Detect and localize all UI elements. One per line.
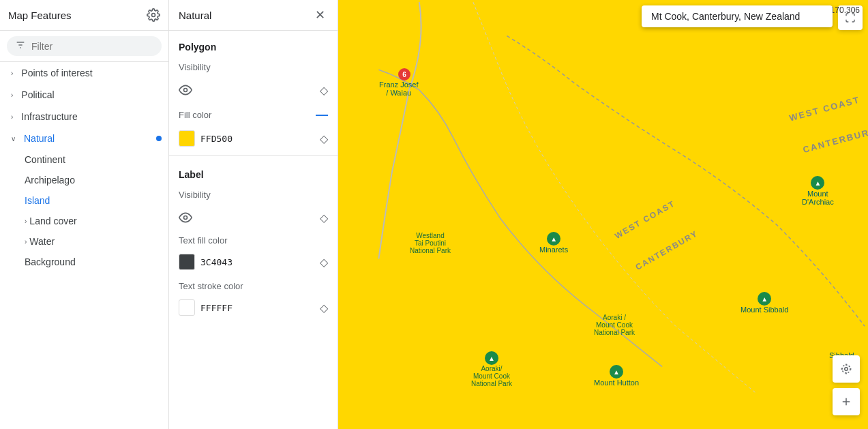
search-bar: Mt Cook, Canterbury, New Zealand [642,5,833,27]
subitem-label: Continent [25,154,65,165]
mount-darchiac-label: MountD'Archiac [802,190,834,206]
text-stroke-color-label: Text stroke color [179,281,243,291]
active-dot [156,136,162,141]
mid-panel-title: Natural [179,10,211,21]
close-button[interactable]: ✕ [312,7,328,23]
number-marker: 6 [398,68,410,80]
sidebar-subitem-continent[interactable]: Continent [0,149,168,170]
visibility-row: Visibility [169,57,338,78]
chevron-right-icon: › [25,238,27,246]
text-fill-diamond-icon[interactable]: ◇ [320,256,328,269]
svg-point-5 [184,216,188,220]
text-fill-color-swatch-wrap[interactable]: 3C4043 [179,254,233,270]
text-fill-color-row: 3C4043 ◇ [169,251,338,276]
mount-sibbald-icon: ▲ [758,292,771,306]
sidebar-item-points-of-interest[interactable]: › Points of interest [0,62,168,84]
mid-panel: Natural ✕ Polygon Visibility ◇ Fill colo… [169,0,338,429]
label-diamond-icon[interactable]: ◇ [320,211,328,224]
polygon-section-title: Polygon [169,31,338,57]
sidebar-subitem-archipelago[interactable]: Archipelago [0,170,168,190]
minarets-label: Minarets [539,246,568,254]
fill-color-swatch-wrap[interactable]: FFD500 [179,130,233,147]
map-area[interactable]: zoom: 11 lat: -43.503 lng: 170.306 Mt Co… [338,0,868,429]
sidebar-subitem-island[interactable]: Island [0,190,168,211]
mount-darchiac-marker: ▲ MountD'Archiac [802,176,834,206]
sidebar-item-political[interactable]: › Political [0,84,168,106]
text-stroke-color-label-row: Text stroke color [169,276,338,297]
mount-hutton-marker: ▲ Mount Hutton [594,365,639,387]
aoraki-mountain-icon: ▲ [485,351,498,365]
chevron-right-icon: › [11,113,13,121]
chevron-right-icon: › [11,91,13,99]
minarets-marker: ▲ Minarets [539,232,568,254]
mid-panel-header: Natural ✕ [169,0,338,31]
sidebar-item-label: Infrastructure [21,111,77,122]
subitem-label: Island [25,195,50,206]
minarets-mountain-icon: ▲ [547,232,560,246]
visibility-label: Visibility [179,62,211,72]
settings-icon[interactable] [147,8,160,22]
chevron-right-icon: › [11,70,13,77]
eye-icon[interactable] [179,83,192,97]
filter-wrap[interactable] [7,36,162,56]
filter-bar [0,31,168,62]
chevron-right-icon: › [25,218,27,225]
location-button[interactable] [833,355,860,383]
aoraki-label-1: Aoraki /Mount CookNational Park [584,314,645,336]
sidebar-title: Map Features [8,10,72,21]
svg-point-6 [845,368,848,371]
aoraki-marker-2: ▲ Aoraki/Mount CookNational Park [461,351,522,387]
left-sidebar: Map Features › Points of interest › P [0,0,169,429]
text-stroke-diamond-icon[interactable]: ◇ [320,301,328,314]
sidebar-item-label: Points of interest [21,68,92,78]
text-stroke-color-swatch[interactable] [179,299,195,316]
canterbury-label-1: CANTERBURY [802,125,868,155]
text-fill-color-label-row: Text fill color [169,230,338,251]
mount-hutton-icon: ▲ [610,365,623,379]
west-coast-label-1: WEST COAST [788,94,861,123]
text-stroke-color-code: FFFFFF [200,303,233,313]
sidebar-item-label: Political [21,89,54,100]
text-fill-color-code: 3C4043 [200,257,233,267]
subitem-label: Background [25,256,76,267]
red-marker: 6 [398,68,410,80]
diamond-icon[interactable]: ◇ [320,84,328,97]
divider [169,155,338,156]
search-value: Mt Cook, Canterbury, New Zealand [651,11,800,22]
svg-point-0 [152,14,155,17]
westland-label: WestlandTai PoutiniNational Park [400,232,461,254]
label-eye-icon[interactable] [179,211,192,224]
sidebar-item-natural[interactable]: ∨ Natural [0,128,168,149]
subitem-label: Land cover [29,216,76,226]
fill-color-label: Fill color [179,110,211,120]
filter-input[interactable] [31,41,153,52]
subitem-label: Archipelago [25,175,75,186]
fill-color-code: FFD500 [200,134,233,144]
mount-hutton-label: Mount Hutton [594,379,639,387]
text-fill-color-swatch[interactable] [179,254,195,270]
svg-point-7 [842,365,850,373]
sidebar-subitem-land-cover[interactable]: › Land cover [0,211,168,231]
sidebar-subitem-background[interactable]: Background [0,252,168,272]
visibility-icons-row: ◇ [169,78,338,102]
chevron-down-icon: ∨ [11,135,16,143]
label-visibility-label: Visibility [179,190,211,200]
text-stroke-color-swatch-wrap[interactable]: FFFFFF [179,299,233,316]
fill-diamond-icon[interactable]: ◇ [320,132,328,145]
sidebar-subitem-water[interactable]: › Water [0,231,168,252]
mount-sibbald-label: Mount Sibbald [740,306,788,314]
mountain-icon: ▲ [811,176,824,190]
filter-icon [15,40,26,53]
fill-color-swatch[interactable] [179,130,195,147]
mount-sibbald-marker: ▲ Mount Sibbald [740,292,788,314]
zoom-in-button[interactable] [833,388,860,415]
fill-color-row: FFD500 ◇ [169,128,338,152]
subitem-label: Water [29,236,55,247]
sidebar-item-infrastructure[interactable]: › Infrastructure [0,106,168,128]
label-section-title: Label [169,158,338,184]
svg-point-4 [184,89,188,92]
franz-josef-label: Franz Josef/ Waiau [379,80,418,97]
sidebar-header: Map Features [0,0,168,31]
minus-icon[interactable]: — [316,108,328,122]
label-visibility-icons-row: ◇ [169,205,338,230]
